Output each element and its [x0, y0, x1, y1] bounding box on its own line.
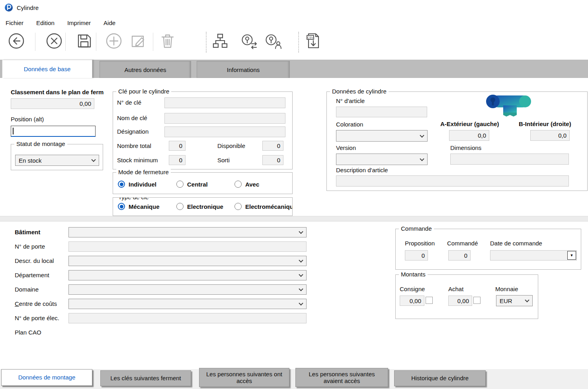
disponible-label: Disponible	[217, 142, 245, 150]
proposition-label: Proposition	[405, 240, 435, 247]
chevron-down-icon	[299, 301, 303, 305]
chevron-down-icon	[299, 287, 303, 291]
bottom-tab-personnes-avaient-acces[interactable]: Les personnes suivantes avaient accès	[295, 368, 388, 387]
chevron-down-icon	[299, 272, 303, 277]
menu-aide[interactable]: Aide	[99, 17, 120, 29]
back-button[interactable]	[6, 31, 26, 52]
sorti-field[interactable]: 0	[262, 155, 283, 165]
radio-electromecanique[interactable]: Electromécaniqu	[234, 203, 293, 210]
edit-button[interactable]	[129, 31, 148, 52]
save-button[interactable]	[74, 31, 94, 52]
tab-informations[interactable]: Informations	[197, 61, 290, 78]
a-exterieur-field[interactable]: 0,0	[449, 130, 489, 141]
csv-export-icon: CSV	[304, 32, 322, 52]
consigne-field[interactable]: 0,00	[400, 296, 424, 306]
statut-montage-title: Statut de montage	[14, 140, 67, 148]
type-cle-groupbox: Type de clé Mécanique Electronique Elect…	[113, 197, 293, 216]
batiment-combo[interactable]	[68, 227, 307, 237]
num-porte-elec-field[interactable]	[68, 313, 307, 323]
achat-field[interactable]: 0,00	[448, 296, 472, 306]
radio-central[interactable]: Central	[176, 181, 208, 188]
stock-minimum-field[interactable]: 0	[169, 155, 186, 165]
statut-montage-combo[interactable]: En stock	[15, 155, 99, 166]
monnaie-combo[interactable]: EUR	[496, 295, 533, 306]
batiment-label: Bâtiment	[15, 229, 40, 236]
radio-individuel[interactable]: Individuel	[118, 181, 156, 188]
back-icon	[7, 32, 25, 52]
montants-groupbox: Montants Consigne Achat Monnaie 0,00 0,0…	[395, 274, 538, 319]
coloration-combo[interactable]	[336, 130, 428, 142]
radio-avec[interactable]: Avec	[234, 181, 259, 188]
position-input[interactable]	[11, 126, 96, 137]
locking-plan-icon	[211, 32, 229, 52]
stock-minimum-label: Stock minimum	[117, 157, 158, 164]
bottom-tab-historique[interactable]: Historique de cylindre	[394, 370, 486, 386]
cylinder-image	[484, 93, 537, 120]
achat-checkbox[interactable]	[473, 297, 481, 304]
centre-couts-label: Centre de coûts	[15, 300, 57, 307]
menu-bar: Fichier Edition Imprimer Aide	[0, 15, 588, 30]
classement-label: Classement dans le plan de ferm	[11, 89, 113, 96]
designation-field[interactable]	[164, 126, 285, 137]
bottom-tab-cles-ferment[interactable]: Les clés suivantes ferment	[100, 370, 191, 386]
consigne-checkbox[interactable]	[426, 297, 433, 304]
bottom-tab-donnees-montage[interactable]: Données de montage	[1, 369, 92, 386]
radio-electronique[interactable]: Electronique	[176, 203, 223, 210]
nom-cle-field[interactable]	[164, 113, 285, 124]
delete-button[interactable]	[158, 31, 178, 52]
descr-local-label: Descr. du local	[15, 257, 54, 265]
donnees-cylindre-groupbox: Données de cylindre N° d'article Colorat…	[326, 91, 588, 191]
disponible-field[interactable]: 0	[262, 141, 283, 151]
proposition-field[interactable]: 0	[405, 250, 428, 261]
menu-fichier[interactable]: Fichier	[1, 17, 28, 29]
assign-keys-button[interactable]	[239, 31, 259, 52]
donnees-cylindre-title: Données de cylindre	[330, 88, 389, 95]
assign-persons-button[interactable]	[263, 31, 283, 52]
toolbar: CSV	[0, 30, 588, 56]
panel-divider	[0, 216, 588, 222]
date-commande-combo[interactable]: ▼	[490, 250, 577, 261]
toolbar-group-separator	[298, 32, 299, 53]
num-article-field[interactable]	[336, 107, 427, 117]
num-porte-field[interactable]	[68, 241, 307, 252]
cancel-button[interactable]	[44, 31, 64, 52]
chevron-down-icon	[420, 133, 424, 137]
toolbar-group-separator	[206, 32, 207, 53]
csv-export-button[interactable]: CSV	[303, 31, 323, 52]
add-button[interactable]	[104, 31, 124, 52]
trash-icon	[158, 32, 177, 52]
menu-edition[interactable]: Edition	[31, 17, 59, 29]
designation-label: Désignation	[117, 128, 148, 135]
achat-label: Achat	[448, 286, 463, 293]
dimensions-field[interactable]	[450, 154, 569, 165]
radio-icon	[176, 203, 184, 210]
menu-imprimer[interactable]: Imprimer	[63, 17, 96, 29]
commande-title: Commande	[399, 225, 434, 232]
locking-plan-button[interactable]	[210, 31, 230, 52]
num-cle-field[interactable]	[164, 97, 285, 108]
version-label: Version	[336, 144, 356, 152]
centre-couts-combo[interactable]	[68, 299, 307, 309]
app-logo-icon	[4, 3, 13, 12]
tab-autres-donnees[interactable]: Autres données	[100, 61, 191, 78]
classement-field[interactable]: 0,00	[11, 98, 94, 109]
num-cle-label: N° de clé	[117, 99, 141, 106]
radio-icon	[176, 181, 184, 188]
commande-field[interactable]: 0	[448, 250, 471, 261]
version-combo[interactable]	[336, 154, 428, 165]
bottom-tab-personnes-ont-acces[interactable]: Les personnes suivantes ont accès	[199, 368, 289, 387]
radio-mecanique[interactable]: Mécanique	[118, 203, 160, 210]
montants-title: Montants	[399, 271, 428, 278]
title-bar: Cylindre	[0, 0, 588, 15]
dropdown-arrow-icon[interactable]: ▼	[567, 251, 576, 260]
chevron-down-icon	[91, 158, 96, 162]
domaine-combo[interactable]	[68, 284, 307, 295]
assign-persons-icon	[264, 32, 282, 52]
descr-local-combo[interactable]	[68, 256, 307, 266]
departement-combo[interactable]	[68, 270, 307, 280]
description-article-field[interactable]	[336, 175, 569, 187]
nombre-total-field[interactable]: 0	[169, 141, 186, 151]
b-interieur-field[interactable]: 0,0	[530, 130, 570, 141]
tab-donnees-de-base[interactable]: Données de base	[2, 60, 92, 78]
chevron-down-icon	[525, 298, 529, 302]
